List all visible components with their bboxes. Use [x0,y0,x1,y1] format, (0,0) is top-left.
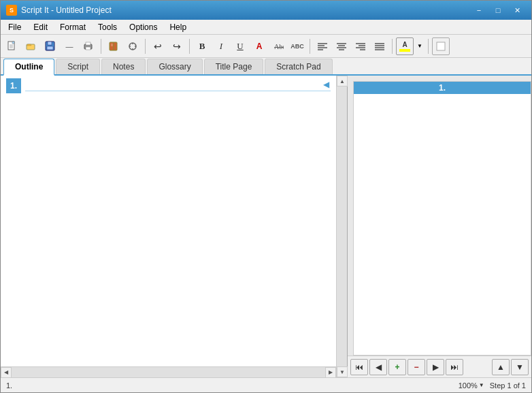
save-button[interactable] [41,37,59,55]
svg-rect-7 [47,46,53,50]
tools2-button[interactable] [124,37,142,55]
redo-button[interactable]: ↪ [168,37,186,55]
title-text: Script It - Untitled Project [21,5,112,15]
left-content: 1. ◀ ◀ ▶ [1,76,336,377]
align-right-button[interactable] [352,37,369,55]
new-button[interactable] [3,37,21,55]
hscroll-track[interactable] [12,367,325,378]
minimize-button[interactable]: − [470,3,488,17]
right-nav-bar: ⏮ ◀ + − ▶ ⏭ ▲ ▼ [348,356,531,377]
toolbar: — ↩ ↪ B I U A Abc ABC A ▼ [1,35,531,58]
separator-4 [310,39,310,54]
status-right: 100% ▼ Step 1 of 1 [459,381,526,390]
nav-first-button[interactable]: ⏮ [350,359,368,375]
separator-6 [428,39,429,54]
left-panel: 1. ◀ ◀ ▶ ▲ ▼ [1,76,348,377]
menu-file[interactable]: File [2,20,27,34]
outline-row-content[interactable]: ◀ [25,78,331,91]
menu-format[interactable]: Format [54,20,92,34]
separator-2 [145,39,146,54]
zoom-value: 100% [459,381,478,390]
tab-scratch-pad[interactable]: Scratch Pad [265,59,332,74]
separator-3 [189,39,190,54]
left-horizontal-scrollbar: ◀ ▶ [1,366,336,377]
outline-row-number: 1. [6,78,21,93]
main-content: 1. ◀ ◀ ▶ ▲ ▼ 1. [1,76,531,377]
book-button[interactable] [105,37,122,55]
svg-rect-6 [48,42,52,45]
zoom-dropdown-icon[interactable]: ▼ [479,382,484,388]
vscroll-up-button[interactable]: ▲ [337,76,348,87]
outline-row-1: 1. ◀ [1,76,336,96]
zoom-control: 100% ▼ [459,381,484,390]
nav-next-button[interactable]: ▶ [427,359,444,375]
menu-bar: File Edit Format Tools Options Help [1,20,531,35]
separator-1 [101,39,101,54]
title-bar: S Script It - Untitled Project − □ ✕ [1,1,531,20]
vscroll-track[interactable] [337,87,347,366]
print-button[interactable] [80,37,97,55]
spellcheck-button[interactable]: ABC [288,37,306,55]
nav-last-button[interactable]: ⏭ [446,359,463,375]
status-bar: 1. 100% ▼ Step 1 of 1 [1,377,531,392]
menu-tools[interactable]: Tools [92,20,123,34]
maximize-button[interactable]: □ [489,3,507,17]
underline-button[interactable]: U [231,37,249,55]
highlight-dropdown-button[interactable]: ▼ [415,37,425,55]
extra-button[interactable] [432,37,450,55]
vscroll-down-button[interactable]: ▼ [337,366,348,377]
tab-title-page[interactable]: Title Page [204,59,264,74]
svg-rect-10 [86,42,90,45]
italic-button[interactable]: I [212,37,230,55]
tab-script[interactable]: Script [56,59,100,74]
menu-help[interactable]: Help [163,20,193,34]
hscroll-right-button[interactable]: ▶ [325,367,336,378]
menu-options[interactable]: Options [123,20,163,34]
app-icon: S [6,5,17,16]
close-button[interactable]: ✕ [508,3,526,17]
align-left-button[interactable] [314,37,331,55]
nav-up-button[interactable]: ▲ [492,359,510,375]
collapse-arrow[interactable]: ◀ [323,80,329,89]
nav-prev-button[interactable]: ◀ [369,359,387,375]
bold-button[interactable]: B [193,37,211,55]
svg-rect-9 [86,47,90,50]
script-preview-container: 1. [348,76,531,356]
align-justify-button[interactable] [371,37,388,55]
tab-glossary[interactable]: Glossary [147,59,202,74]
strikethrough-button[interactable]: Abc [269,37,287,55]
nav-remove-button[interactable]: − [408,359,425,375]
script-preview[interactable]: 1. [353,81,531,356]
align-center-button[interactable] [333,37,350,55]
open-button[interactable] [22,37,40,55]
undo-button[interactable]: ↩ [149,37,167,55]
separator-5 [392,39,393,54]
window-controls: − □ ✕ [470,3,526,17]
tabs: Outline Script Notes Glossary Title Page… [1,58,531,76]
nav-add-button[interactable]: + [388,359,406,375]
status-position: 1. [6,381,12,390]
right-panel: 1. ⏮ ◀ + − ▶ ⏭ ▲ ▼ [348,76,531,377]
svg-rect-37 [437,42,445,50]
tab-outline[interactable]: Outline [3,59,54,76]
font-color-button[interactable]: A [250,37,268,55]
nav-down-button[interactable]: ▼ [511,359,529,375]
script-line-number: 1. [354,82,531,94]
menu-edit[interactable]: Edit [27,20,54,34]
svg-text:Abc: Abc [274,43,284,50]
highlight-color-button[interactable]: A [396,37,414,55]
hscroll-left-button[interactable]: ◀ [1,367,12,378]
outline-area[interactable]: 1. ◀ [1,76,336,366]
step-indicator: Step 1 of 1 [490,381,526,390]
tab-notes[interactable]: Notes [101,59,146,74]
print-preview-button[interactable]: — [61,37,78,55]
title-bar-left: S Script It - Untitled Project [6,5,112,16]
left-vertical-scrollbar: ▲ ▼ [336,76,347,377]
